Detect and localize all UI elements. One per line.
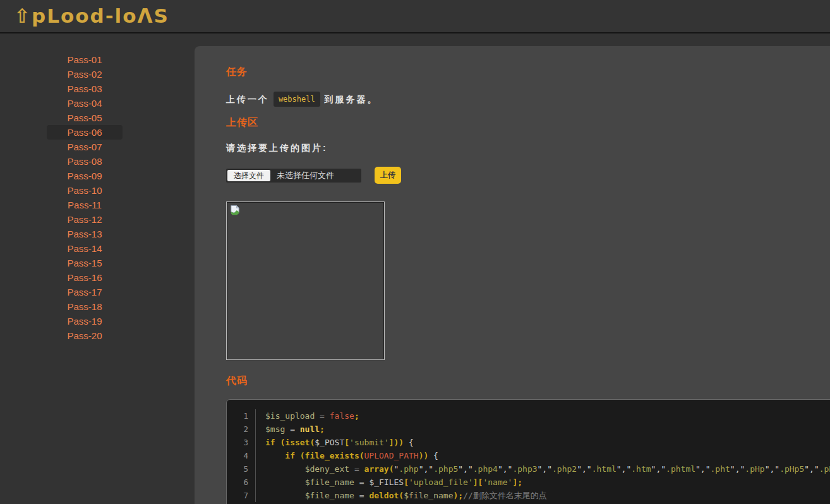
code-line: 6 $file_name = $_FILES['upload_file']['n… [227, 476, 830, 489]
task-text-after: 到服务器。 [320, 94, 378, 104]
sidebar-item-pass-19[interactable]: Pass-19 [47, 314, 123, 328]
broken-image-icon [229, 205, 241, 217]
sidebar-item-pass-01[interactable]: Pass-01 [47, 52, 123, 67]
sidebar-item-pass-07[interactable]: Pass-07 [47, 140, 123, 154]
sidebar-item-pass-11[interactable]: Pass-11 [47, 198, 123, 212]
main-panel: 任务 上传一个 webshell 到服务器。 上传区 请选择要上传的图片: 选择… [195, 46, 830, 504]
code-line: 2$msg = null; [227, 423, 830, 436]
upload-area-heading: 上传区 [226, 117, 830, 128]
line-number: 5 [227, 462, 256, 476]
sidebar-item-pass-06[interactable]: Pass-06 [47, 125, 123, 140]
sidebar-item-pass-15[interactable]: Pass-15 [47, 256, 123, 270]
sidebar-item-pass-20[interactable]: Pass-20 [47, 328, 123, 343]
sidebar-item-pass-03[interactable]: Pass-03 [47, 81, 123, 96]
file-input[interactable]: 选择文件 未选择任何文件 [226, 169, 361, 183]
code-line: 5 $deny_ext = array(".php",".php5",".php… [227, 462, 830, 476]
upload-labs-logo: ⇧pLood-loΛS [14, 6, 169, 26]
image-placeholder [226, 201, 385, 360]
upload-submit-button[interactable]: 上传 [375, 167, 401, 184]
code-line: 3if (isset($_POST['submit'])) { [227, 436, 830, 449]
pass-list: Pass-01Pass-02Pass-03Pass-04Pass-05Pass-… [47, 52, 123, 343]
line-number: 6 [227, 476, 256, 489]
choose-file-button[interactable]: 选择文件 [227, 170, 270, 181]
code-lines: 1$is_upload = false;2$msg = null;3if (is… [227, 409, 830, 502]
sidebar-item-pass-14[interactable]: Pass-14 [47, 241, 123, 256]
code-line: 4 if (file_exists(UPLOAD_PATH)) { [227, 449, 830, 462]
line-number: 7 [227, 489, 256, 502]
sidebar-item-pass-10[interactable]: Pass-10 [47, 183, 123, 198]
task-heading: 任务 [226, 66, 830, 78]
sidebar-item-pass-18[interactable]: Pass-18 [47, 299, 123, 314]
line-number: 1 [227, 409, 256, 423]
sidebar-item-pass-16[interactable]: Pass-16 [47, 270, 123, 285]
line-number: 4 [227, 449, 256, 462]
upload-prompt: 请选择要上传的图片: [226, 141, 830, 154]
task-text-before: 上传一个 [226, 94, 274, 104]
sidebar-item-pass-09[interactable]: Pass-09 [47, 169, 123, 183]
app-header: ⇧pLood-loΛS [0, 0, 830, 33]
sidebar-item-pass-05[interactable]: Pass-05 [47, 111, 123, 125]
upload-form: 选择文件 未选择任何文件 上传 [226, 167, 830, 183]
task-description: 上传一个 webshell 到服务器。 [226, 92, 830, 104]
sidebar-item-pass-13[interactable]: Pass-13 [47, 227, 123, 241]
sidebar-item-pass-04[interactable]: Pass-04 [47, 96, 123, 111]
line-number: 3 [227, 436, 256, 449]
sidebar-item-pass-12[interactable]: Pass-12 [47, 212, 123, 227]
sidebar-item-pass-17[interactable]: Pass-17 [47, 285, 123, 299]
code-heading: 代码 [226, 375, 830, 387]
sidebar-item-pass-08[interactable]: Pass-08 [47, 154, 123, 169]
line-number: 2 [227, 423, 256, 436]
webshell-badge: webshell [274, 92, 320, 107]
sidebar-item-pass-02[interactable]: Pass-02 [47, 67, 123, 81]
code-line: 1$is_upload = false; [227, 409, 830, 423]
code-line: 7 $file_name = deldot($file_name);//删除文件… [227, 489, 830, 502]
sidebar: Pass-01Pass-02Pass-03Pass-04Pass-05Pass-… [0, 33, 195, 343]
file-status-text: 未选择任何文件 [272, 170, 334, 181]
code-block: 1$is_upload = false;2$msg = null;3if (is… [226, 399, 830, 504]
